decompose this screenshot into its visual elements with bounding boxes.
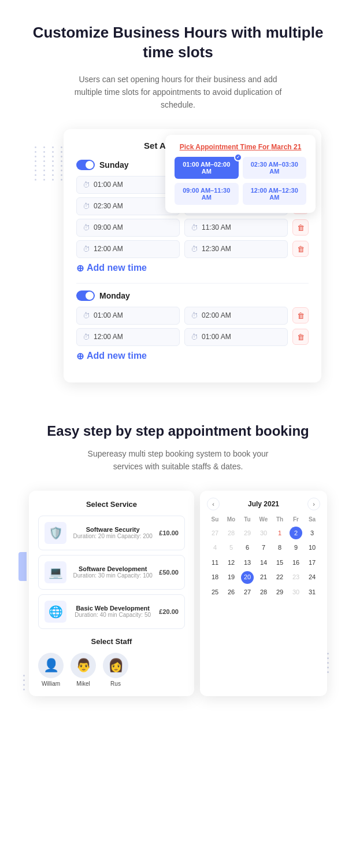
clock-icon: ⏱ xyxy=(191,333,198,341)
service-info-1: Software Development Duration: 30 min Ca… xyxy=(72,565,153,579)
cal-day-3-3[interactable]: 21 xyxy=(255,570,272,585)
cal-day-2-2[interactable]: 13 xyxy=(239,556,255,571)
cal-day-0-0[interactable]: 27 xyxy=(207,526,223,541)
staff-item-0[interactable]: 👤 William xyxy=(38,653,64,687)
cal-day-3-0[interactable]: 18 xyxy=(207,570,223,585)
day-name-mo: Mo xyxy=(223,515,239,524)
monday-toggle[interactable] xyxy=(76,290,95,301)
sunday-from-1[interactable]: ⏱ 02:30 AM xyxy=(76,197,180,215)
delete-monday-row-1[interactable]: 🗑 xyxy=(292,329,309,345)
cal-day-1-6[interactable]: 10 xyxy=(304,540,320,556)
cal-day-0-4[interactable]: 1 xyxy=(272,526,288,541)
cal-day-3-6[interactable]: 24 xyxy=(304,570,320,585)
monday-to-1[interactable]: ⏱ 01:00 AM xyxy=(184,328,288,346)
cal-day-4-1[interactable]: 26 xyxy=(223,585,239,600)
sunday-from-1-text: 02:30 AM xyxy=(94,202,123,210)
service-name-2: Basic Web Development xyxy=(72,605,153,612)
clock-icon: ⏱ xyxy=(83,333,90,341)
staff-item-2[interactable]: 👩 Rus xyxy=(103,653,128,687)
monday-from-1[interactable]: ⏱ 12:00 AM xyxy=(76,328,180,346)
section-1: Customize Business Hours with multiple t… xyxy=(0,0,356,411)
cal-day-2-5[interactable]: 16 xyxy=(288,556,304,571)
sunday-row-3: ⏱ 12:00 AM ⏱ 12:30 AM 🗑 xyxy=(76,240,309,258)
cal-day-4-2[interactable]: 27 xyxy=(239,585,255,600)
staff-item-1[interactable]: 👨 Mikel xyxy=(71,653,96,687)
cal-day-2-6[interactable]: 17 xyxy=(304,556,320,571)
chevron-left-icon: ‹ xyxy=(212,501,214,507)
service-item-2[interactable]: 🌐 Basic Web Development Duration: 40 min… xyxy=(38,594,185,629)
staff-name-1: Mikel xyxy=(76,681,90,687)
sunday-from-0[interactable]: ⏱ 01:00 AM xyxy=(76,176,180,194)
clock-icon: ⏱ xyxy=(191,223,198,232)
section1-title: Customize Business Hours with multiple t… xyxy=(23,23,333,62)
service-info-0: Software Security Duration: 20 min Capac… xyxy=(72,526,153,539)
delete-sunday-row-2[interactable]: 🗑 xyxy=(292,219,309,236)
cal-day-2-1[interactable]: 12 xyxy=(223,556,239,571)
cal-day-2-3[interactable]: 14 xyxy=(255,556,272,571)
service-item-0[interactable]: 🛡️ Software Security Duration: 20 min Ca… xyxy=(38,516,185,550)
cal-day-3-2[interactable]: 20 xyxy=(241,571,254,584)
clock-icon: ⏱ xyxy=(191,245,198,253)
cal-day-4-3[interactable]: 28 xyxy=(255,585,272,600)
monday-from-0-text: 01:00 AM xyxy=(94,311,123,319)
monday-to-0[interactable]: ⏱ 02:00 AM xyxy=(184,307,288,325)
cal-day-4-0[interactable]: 25 xyxy=(207,585,223,600)
cal-day-1-0[interactable]: 4 xyxy=(207,540,223,556)
cal-day-3-5[interactable]: 23 xyxy=(288,570,304,585)
monday-time-rows: ⏱ 01:00 AM ⏱ 02:00 AM 🗑 ⏱ 12:00 AM xyxy=(76,307,309,346)
cal-day-1-4[interactable]: 8 xyxy=(272,540,288,556)
cal-day-0-6[interactable]: 3 xyxy=(304,526,320,541)
sunday-add-time[interactable]: ⊕ Add new time xyxy=(76,263,309,274)
service-meta-2: Duration: 40 min Capacity: 50 xyxy=(72,612,153,618)
add-icon: ⊕ xyxy=(76,351,84,362)
cal-day-3-1[interactable]: 19 xyxy=(223,570,239,585)
cal-day-4-6[interactable]: 31 xyxy=(304,585,320,600)
monday-add-time[interactable]: ⊕ Add new time xyxy=(76,351,309,362)
cal-day-1-2[interactable]: 6 xyxy=(239,540,255,556)
cal-day-1-3[interactable]: 7 xyxy=(255,540,272,556)
chevron-right-icon: › xyxy=(313,501,315,507)
sunday-to-2[interactable]: ⏱ 11:30 AM xyxy=(184,219,288,237)
cal-day-3-4[interactable]: 22 xyxy=(272,570,288,585)
calendar-day-names: Su Mo Tu We Th Fr Sa xyxy=(207,515,320,524)
sunday-to-3[interactable]: ⏱ 12:30 AM xyxy=(184,240,288,258)
calendar-prev-btn[interactable]: ‹ xyxy=(207,498,220,510)
delete-monday-row-0[interactable]: 🗑 xyxy=(292,307,309,323)
sunday-from-2[interactable]: ⏱ 09:00 AM xyxy=(76,219,180,237)
picker-slot-1[interactable]: 02:30 AM–03:30 AM xyxy=(243,157,307,179)
cal-day-4-4[interactable]: 29 xyxy=(272,585,288,600)
blue-tab-accent xyxy=(18,552,27,581)
cal-day-2-4[interactable]: 15 xyxy=(272,556,288,571)
booking-left-panel: Select Service 🛡️ Software Security Dura… xyxy=(29,491,194,696)
add-time-label: Add new time xyxy=(87,263,147,273)
sunday-to-2-text: 11:30 AM xyxy=(202,223,231,231)
cal-day-0-5[interactable]: 2 xyxy=(290,527,302,539)
service-name-1: Software Development xyxy=(72,565,153,572)
picker-title: Pick Appointment Time For March 21 xyxy=(175,143,306,151)
calendar-next-btn[interactable]: › xyxy=(307,498,320,510)
calendar-panel: ‹ July 2021 › Su Mo Tu We Th Fr Sa xyxy=(200,491,327,696)
cal-day-0-1[interactable]: 28 xyxy=(223,526,239,541)
cal-day-2-0[interactable]: 11 xyxy=(207,556,223,571)
picker-slot-0[interactable]: ✓ 01:00 AM–02:00 AM xyxy=(175,157,239,179)
sunday-toggle[interactable] xyxy=(76,160,95,170)
delete-sunday-row-3[interactable]: 🗑 xyxy=(292,241,309,257)
clock-icon: ⏱ xyxy=(83,223,90,232)
cal-day-0-3[interactable]: 30 xyxy=(255,526,272,541)
service-item-1[interactable]: 💻 Software Development Duration: 30 min … xyxy=(38,555,185,590)
day-name-su: Su xyxy=(207,515,223,524)
picker-slot-2[interactable]: 09:00 AM–11:30 AM xyxy=(175,183,239,205)
picker-slot-3[interactable]: 12:00 AM–12:30 AM xyxy=(243,183,307,205)
cal-day-1-1[interactable]: 5 xyxy=(223,540,239,556)
cal-day-4-5[interactable]: 30 xyxy=(288,585,304,600)
monday-from-1-text: 12:00 AM xyxy=(94,333,123,341)
sunday-from-0-text: 01:00 AM xyxy=(94,181,123,189)
day-header-monday: Monday xyxy=(76,290,309,301)
calendar-month: July 2021 xyxy=(248,500,279,508)
cal-day-1-5[interactable]: 9 xyxy=(288,540,304,556)
staff-name-2: Rus xyxy=(110,681,121,687)
cal-day-0-2[interactable]: 29 xyxy=(239,526,255,541)
monday-from-0[interactable]: ⏱ 01:00 AM xyxy=(76,307,180,325)
monday-to-1-text: 01:00 AM xyxy=(202,333,231,341)
sunday-from-3[interactable]: ⏱ 12:00 AM xyxy=(76,240,180,258)
